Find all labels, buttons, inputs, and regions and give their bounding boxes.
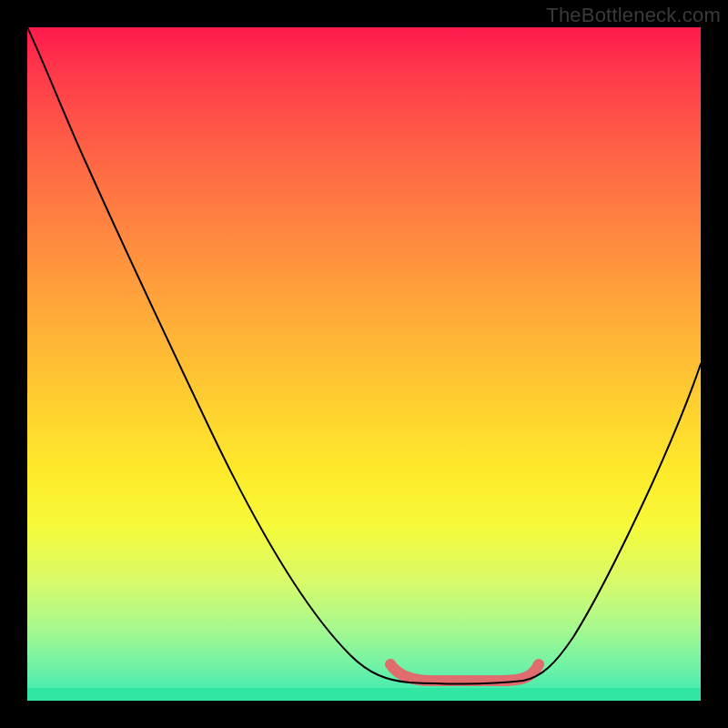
bottleneck-curve xyxy=(27,27,701,683)
curve-svg xyxy=(27,27,701,701)
chart-frame: TheBottleneck.com xyxy=(0,0,728,728)
optimal-zone-highlight xyxy=(390,664,539,681)
plot-area xyxy=(27,27,701,701)
watermark-text: TheBottleneck.com xyxy=(546,4,721,27)
